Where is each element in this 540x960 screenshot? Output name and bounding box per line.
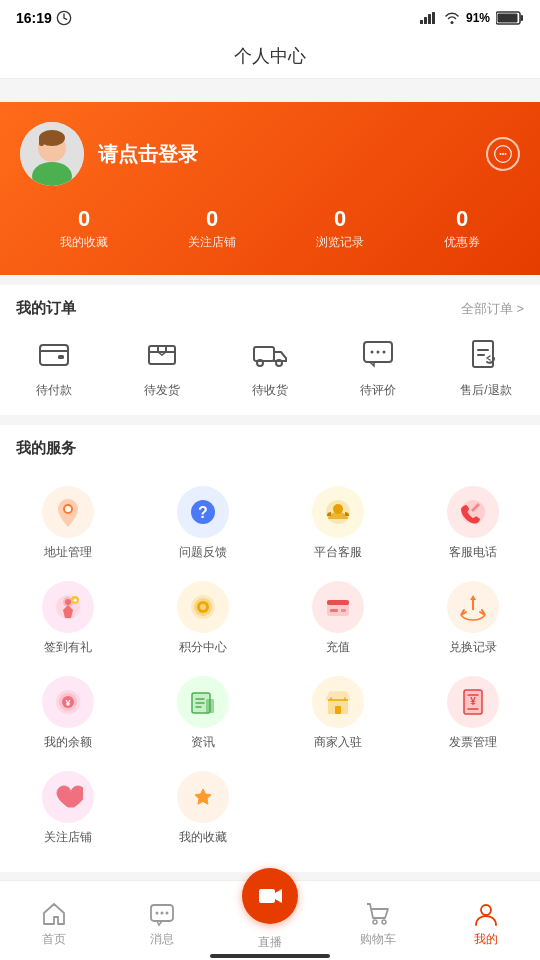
svg-point-26 <box>383 351 386 354</box>
svg-point-38 <box>65 599 71 605</box>
svg-rect-4 <box>432 12 435 24</box>
invoice-icon: ¥ <box>447 676 499 728</box>
services-section: 我的服务 地址管理 <box>0 425 540 872</box>
orders-header: 我的订单 全部订单 > <box>0 285 540 328</box>
service-exchange-history[interactable]: 兑换记录 <box>405 571 540 666</box>
stats-row: 0 我的收藏 0 关注店铺 0 浏览记录 0 优惠券 <box>20 206 520 251</box>
feedback-icon: ? <box>177 486 229 538</box>
refund-icon <box>464 332 508 376</box>
order-item-pending-ship[interactable]: 待发货 <box>108 332 216 399</box>
message-circle-icon[interactable] <box>486 137 520 171</box>
nav-home[interactable]: 首页 <box>0 893 108 948</box>
live-icon <box>256 882 284 910</box>
svg-point-44 <box>200 604 206 610</box>
stat-history[interactable]: 0 浏览记录 <box>316 206 364 251</box>
wallet-icon <box>32 332 76 376</box>
svg-rect-55 <box>206 699 214 713</box>
home-indicator <box>210 954 330 958</box>
clock-icon <box>56 10 72 26</box>
service-checkin[interactable]: ✦ 签到有礼 <box>0 571 135 666</box>
truck-icon <box>248 332 292 376</box>
services-header: 我的服务 <box>0 425 540 468</box>
chat-icon <box>356 332 400 376</box>
home-icon <box>41 901 67 927</box>
hotline-icon <box>447 486 499 538</box>
svg-rect-3 <box>428 14 431 24</box>
svg-rect-17 <box>40 345 68 365</box>
merchant-icon <box>312 676 364 728</box>
svg-text:?: ? <box>198 504 208 521</box>
avatar[interactable] <box>20 122 84 186</box>
orders-section: 我的订单 全部订单 > 待付款 <box>0 285 540 415</box>
service-recharge[interactable]: 充值 <box>270 571 405 666</box>
service-customer-service[interactable]: 平台客服 <box>270 476 405 571</box>
nav-cart[interactable]: 购物车 <box>324 893 432 948</box>
service-follow-store[interactable]: 关注店铺 <box>0 761 135 856</box>
battery-icon <box>496 11 524 25</box>
svg-rect-57 <box>335 706 341 714</box>
order-item-pending-payment[interactable]: 待付款 <box>0 332 108 399</box>
address-icon <box>42 486 94 538</box>
profile-top: 请点击登录 <box>20 122 520 186</box>
service-feedback[interactable]: ? 问题反馈 <box>135 476 270 571</box>
service-my-favorites[interactable]: 我的收藏 <box>135 761 270 856</box>
nav-live[interactable]: 直播 <box>216 880 324 951</box>
profile-info[interactable]: 请点击登录 <box>20 122 198 186</box>
service-address[interactable]: 地址管理 <box>0 476 135 571</box>
order-item-pending-receive[interactable]: 待收货 <box>216 332 324 399</box>
nav-message[interactable]: 消息 <box>108 893 216 948</box>
svg-text:✦: ✦ <box>72 597 78 604</box>
svg-rect-2 <box>424 17 427 24</box>
order-item-pending-review[interactable]: 待评价 <box>324 332 432 399</box>
service-hotline[interactable]: 客服电话 <box>405 476 540 571</box>
order-item-refund[interactable]: 售后/退款 <box>432 332 540 399</box>
svg-point-14 <box>500 153 502 155</box>
svg-rect-1 <box>420 20 423 24</box>
svg-point-64 <box>166 912 169 915</box>
scroll-area[interactable]: 请点击登录 0 我的收藏 0 关注店铺 0 浏览 <box>0 102 540 880</box>
svg-point-21 <box>257 360 263 366</box>
service-news[interactable]: 资讯 <box>135 666 270 761</box>
checkin-icon: ✦ <box>42 581 94 633</box>
message-icon <box>149 901 175 927</box>
stat-coupons[interactable]: 0 优惠券 <box>444 206 480 251</box>
nav-my[interactable]: 我的 <box>432 893 540 948</box>
svg-point-16 <box>505 153 507 155</box>
balance-icon: ¥ <box>42 676 94 728</box>
service-invoice[interactable]: ¥ 发票管理 <box>405 666 540 761</box>
box-icon <box>140 332 184 376</box>
follow-store-icon <box>42 771 94 823</box>
stat-following[interactable]: 0 关注店铺 <box>188 206 236 251</box>
news-icon <box>177 676 229 728</box>
svg-rect-65 <box>259 889 275 903</box>
status-bar: 16:19 91% <box>0 0 540 36</box>
svg-point-22 <box>276 360 282 366</box>
svg-text:¥: ¥ <box>65 698 70 708</box>
svg-point-25 <box>377 351 380 354</box>
svg-point-68 <box>481 905 491 915</box>
recharge-icon <box>312 581 364 633</box>
svg-text:¥: ¥ <box>470 696 476 707</box>
stat-favorites[interactable]: 0 我的收藏 <box>60 206 108 251</box>
service-points[interactable]: 积分中心 <box>135 571 270 666</box>
live-button[interactable] <box>242 868 298 924</box>
points-icon <box>177 581 229 633</box>
service-balance[interactable]: ¥ 我的余额 <box>0 666 135 761</box>
signal-icon <box>420 12 438 24</box>
svg-point-24 <box>371 351 374 354</box>
order-row: 待付款 待发货 <box>0 328 540 415</box>
service-merchant[interactable]: 商家入驻 <box>270 666 405 761</box>
svg-rect-18 <box>58 355 64 359</box>
svg-rect-7 <box>498 14 518 23</box>
svg-rect-6 <box>521 15 524 21</box>
svg-point-15 <box>502 153 504 155</box>
svg-rect-46 <box>327 600 349 605</box>
bottom-nav: 首页 消息 直播 购物车 我 <box>0 880 540 960</box>
svg-point-29 <box>65 506 71 512</box>
login-text[interactable]: 请点击登录 <box>98 141 198 168</box>
status-indicators: 91% <box>420 11 524 25</box>
avatar-image <box>20 122 84 186</box>
svg-point-67 <box>382 920 386 924</box>
page-title: 个人中心 <box>234 46 306 66</box>
all-orders-link[interactable]: 全部订单 > <box>461 300 524 318</box>
